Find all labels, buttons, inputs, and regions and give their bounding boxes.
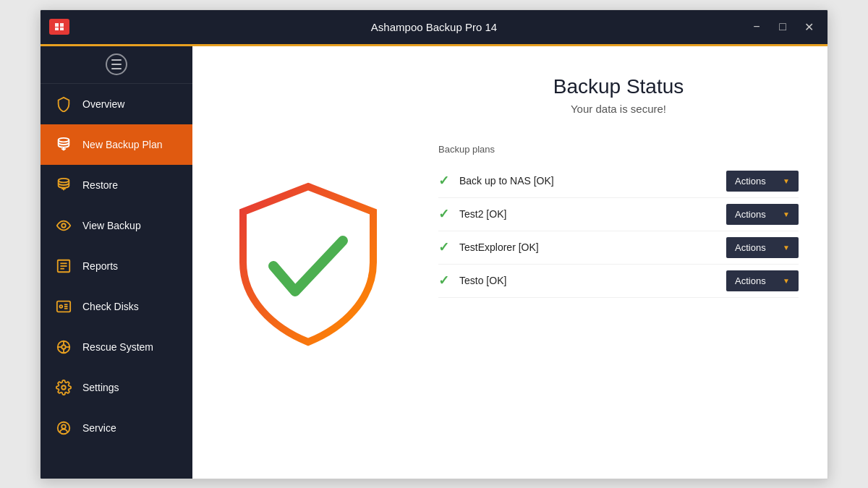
sidebar-item-check-disks-label: Check Disks (82, 301, 139, 312)
sidebar-header (41, 46, 192, 84)
rescue-icon (55, 338, 72, 356)
backup-plans-label: Backup plans (438, 144, 799, 155)
minimize-button[interactable]: − (746, 17, 767, 37)
svg-point-17 (61, 345, 66, 349)
plan-name: Test2 [OK] (459, 208, 726, 220)
actions-button-3[interactable]: Actions ▼ (726, 270, 799, 291)
svg-rect-1 (60, 23, 64, 27)
window-title: Ashampoo Backup Pro 14 (371, 21, 497, 33)
sidebar-item-rescue-system[interactable]: Rescue System (41, 327, 192, 367)
svg-point-5 (59, 178, 69, 182)
svg-rect-2 (55, 27, 59, 30)
svg-rect-0 (55, 23, 59, 27)
sidebar-item-check-disks[interactable]: Check Disks (41, 286, 192, 327)
shield-icon (55, 95, 72, 113)
support-icon (55, 419, 72, 437)
eye-icon (55, 217, 72, 234)
sidebar-item-overview-label: Overview (82, 98, 124, 110)
reports-icon (55, 257, 72, 275)
disk-check-icon (55, 298, 72, 315)
plan-name: Testo [OK] (459, 275, 726, 286)
plan-check-icon: ✓ (438, 273, 449, 288)
sidebar-item-new-backup-plan-label: New Backup Plan (82, 139, 163, 150)
sidebar-item-service-label: Service (82, 422, 116, 434)
plan-name: Back up to NAS [OK] (459, 175, 726, 187)
window-controls: − □ ✕ (746, 17, 819, 37)
plan-name: TestExplorer [OK] (459, 241, 726, 253)
backup-status-title: Backup Status (438, 75, 799, 98)
app-window: Ashampoo Backup Pro 14 − □ ✕ (40, 9, 828, 479)
svg-rect-3 (60, 27, 64, 30)
hamburger-button[interactable] (106, 53, 127, 75)
svg-point-6 (61, 223, 66, 228)
database-upload-icon (55, 176, 72, 194)
plan-row: ✓ Testo [OK] Actions ▼ (438, 265, 799, 298)
chevron-down-icon: ▼ (783, 210, 790, 218)
svg-point-22 (61, 385, 66, 390)
shield-graphic (229, 179, 388, 346)
svg-point-4 (59, 137, 69, 142)
chevron-down-icon: ▼ (783, 244, 790, 252)
sidebar-item-new-backup-plan[interactable]: New Backup Plan (41, 124, 192, 165)
sidebar-item-restore[interactable]: Restore (41, 165, 192, 205)
sidebar-item-restore-label: Restore (82, 179, 118, 191)
sidebar-item-rescue-system-label: Rescue System (82, 341, 153, 353)
sidebar-item-overview[interactable]: Overview (41, 84, 192, 124)
content-panel: Backup Status Your data is secure! Backu… (192, 46, 827, 479)
chevron-down-icon: ▼ (783, 177, 790, 185)
sidebar-item-settings[interactable]: Settings (41, 367, 192, 408)
sidebar: Overview New Backup Plan (41, 46, 192, 479)
main-content: Overview New Backup Plan (41, 46, 827, 479)
title-bar-left (49, 19, 69, 35)
maximize-button[interactable]: □ (773, 17, 793, 37)
svg-point-24 (61, 424, 66, 429)
sidebar-item-reports-label: Reports (82, 260, 118, 272)
right-content: Backup Status Your data is secure! Backu… (424, 46, 827, 479)
sidebar-item-service[interactable]: Service (41, 408, 192, 448)
plan-check-icon: ✓ (438, 206, 449, 222)
actions-button-1[interactable]: Actions ▼ (726, 204, 799, 225)
backup-status-subtitle: Your data is secure! (438, 103, 799, 115)
shield-area (192, 46, 424, 479)
plan-row: ✓ Test2 [OK] Actions ▼ (438, 198, 799, 231)
app-icon (49, 19, 69, 35)
title-bar: Ashampoo Backup Pro 14 − □ ✕ (41, 10, 827, 46)
plan-check-icon: ✓ (438, 239, 449, 255)
sidebar-item-settings-label: Settings (82, 382, 119, 393)
database-download-icon (55, 136, 72, 153)
close-button[interactable]: ✕ (799, 17, 819, 37)
actions-button-2[interactable]: Actions ▼ (726, 237, 799, 258)
plan-row: ✓ TestExplorer [OK] Actions ▼ (438, 231, 799, 265)
chevron-down-icon: ▼ (783, 277, 790, 285)
actions-button-0[interactable]: Actions ▼ (726, 171, 799, 192)
sidebar-item-view-backup[interactable]: View Backup (41, 205, 192, 246)
plan-check-icon: ✓ (438, 173, 449, 189)
sidebar-item-view-backup-label: View Backup (82, 220, 141, 231)
gear-icon (55, 379, 72, 396)
plan-row: ✓ Back up to NAS [OK] Actions ▼ (438, 165, 799, 198)
svg-point-12 (60, 305, 63, 308)
sidebar-item-reports[interactable]: Reports (41, 246, 192, 286)
